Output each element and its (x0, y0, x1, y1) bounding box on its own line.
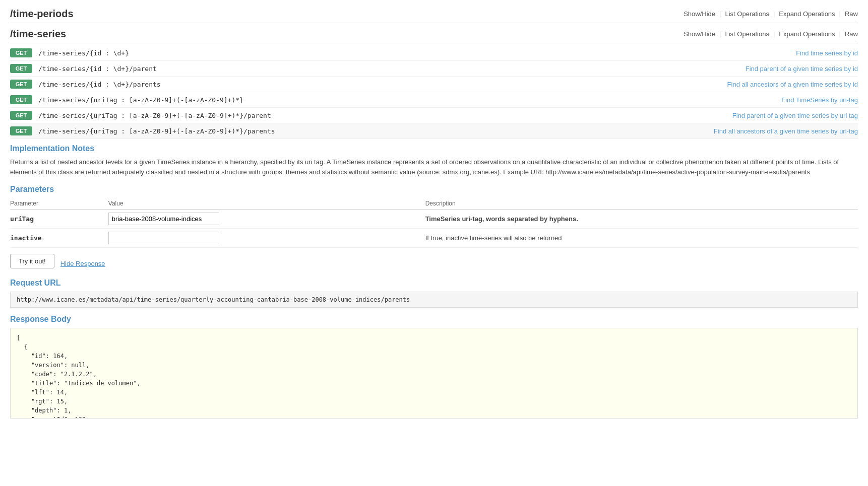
divider: | (839, 30, 841, 38)
api-path: /time-series/{id : \d+}/parent (38, 65, 746, 73)
response-body-section: Response Body [ { "id": 164, "version": … (10, 315, 858, 419)
method-badge: GET (10, 95, 32, 104)
time-periods-list-operations[interactable]: List Operations (725, 10, 769, 18)
value-col-header: Value (108, 198, 425, 210)
method-badge: GET (10, 48, 32, 57)
api-row[interactable]: GET/time-series/{id : \d+}Find time seri… (10, 45, 858, 61)
divider: | (719, 10, 721, 18)
time-series-list-operations[interactable]: List Operations (725, 30, 769, 38)
request-url-value: http://www.icane.es/metadata/api/time-se… (10, 292, 858, 308)
param-desc-cell: TimeSeries uri-tag, words separated by h… (425, 210, 858, 229)
time-series-show-hide[interactable]: Show/Hide (684, 30, 715, 38)
time-periods-header: /time-periods Show/Hide | List Operation… (10, 5, 858, 23)
param-name-cell: uriTag (10, 210, 108, 229)
time-series-expand-operations[interactable]: Expand Operations (779, 30, 835, 38)
time-series-header: /time-series Show/Hide | List Operations… (10, 25, 858, 43)
api-path: /time-series/{uriTag : [a-zA-Z0-9]+(-[a-… (38, 127, 714, 135)
api-row[interactable]: GET/time-series/{uriTag : [a-zA-Z0-9]+(-… (10, 123, 858, 139)
time-periods-title: /time-periods (10, 8, 74, 20)
time-series-title: /time-series (10, 28, 66, 40)
uri-tag-input[interactable] (108, 213, 219, 225)
response-body-content[interactable]: [ { "id": 164, "version": null, "code": … (10, 328, 858, 419)
api-path: /time-series/{id : \d+}/parents (38, 81, 727, 88)
parameters-title: Parameters (10, 185, 858, 194)
api-description[interactable]: Find parent of a given time series by id (746, 65, 858, 73)
param-col-header: Parameter (10, 198, 108, 210)
param-row: uriTagTimeSeries uri-tag, words separate… (10, 210, 858, 229)
api-description[interactable]: Find time series by id (796, 49, 858, 57)
api-description[interactable]: Find all ancestors of a given time serie… (727, 81, 858, 88)
api-path: /time-series/{id : \d+} (38, 49, 796, 57)
method-badge: GET (10, 126, 32, 135)
api-description[interactable]: Find TimeSeries by uri-tag (781, 96, 858, 104)
api-description[interactable]: Find parent of a given time series by ur… (732, 112, 858, 119)
method-badge: GET (10, 64, 32, 73)
param-value-cell[interactable] (108, 210, 425, 229)
desc-col-header: Description (425, 198, 858, 210)
method-badge: GET (10, 111, 32, 120)
divider: | (773, 30, 775, 38)
param-row: inactiveIf true, inactive time-series wi… (10, 229, 858, 248)
api-row[interactable]: GET/time-series/{uriTag : [a-zA-Z0-9]+(-… (10, 108, 858, 123)
divider: | (719, 30, 721, 38)
hide-response-link[interactable]: Hide Response (60, 260, 105, 267)
param-name-cell: inactive (10, 229, 108, 248)
param-desc-cell: If true, inactive time-series will also … (425, 229, 858, 248)
method-badge: GET (10, 80, 32, 89)
implementation-notes-section: Implementation Notes Returns a list of n… (10, 144, 858, 177)
parameters-table: Parameter Value Description uriTagTimeSe… (10, 198, 858, 248)
time-periods-show-hide[interactable]: Show/Hide (684, 10, 715, 18)
response-body-text: [ { "id": 164, "version": null, "code": … (17, 334, 432, 419)
time-series-actions: Show/Hide | List Operations | Expand Ope… (684, 30, 858, 38)
api-row[interactable]: GET/time-series/{id : \d+}/parentFind pa… (10, 61, 858, 77)
try-row: Try it out! Hide Response (10, 254, 858, 273)
time-periods-raw[interactable]: Raw (845, 10, 858, 18)
implementation-notes-text: Returns a list of nested ancestor levels… (10, 157, 858, 177)
endpoints-list: GET/time-series/{id : \d+}Find time seri… (10, 45, 858, 139)
divider: | (839, 10, 841, 18)
api-path: /time-series/{uriTag : [a-zA-Z0-9]+(-[a-… (38, 96, 781, 104)
api-description[interactable]: Find all ancestors of a given time serie… (714, 127, 858, 135)
try-it-button[interactable]: Try it out! (10, 254, 54, 268)
implementation-notes-title: Implementation Notes (10, 144, 858, 153)
api-row[interactable]: GET/time-series/{uriTag : [a-zA-Z0-9]+(-… (10, 92, 858, 108)
time-periods-actions: Show/Hide | List Operations | Expand Ope… (684, 10, 858, 18)
api-path: /time-series/{uriTag : [a-zA-Z0-9]+(-[a-… (38, 112, 732, 119)
time-periods-expand-operations[interactable]: Expand Operations (779, 10, 835, 18)
time-series-raw[interactable]: Raw (845, 30, 858, 38)
response-body-title: Response Body (10, 315, 858, 324)
request-url-section: Request URL http://www.icane.es/metadata… (10, 279, 858, 308)
parameters-section: Parameters Parameter Value Description u… (10, 185, 858, 248)
param-value-cell[interactable] (108, 229, 425, 248)
api-row[interactable]: GET/time-series/{id : \d+}/parentsFind a… (10, 77, 858, 92)
divider: | (773, 10, 775, 18)
request-url-title: Request URL (10, 279, 858, 288)
inactive-input[interactable] (108, 232, 219, 244)
